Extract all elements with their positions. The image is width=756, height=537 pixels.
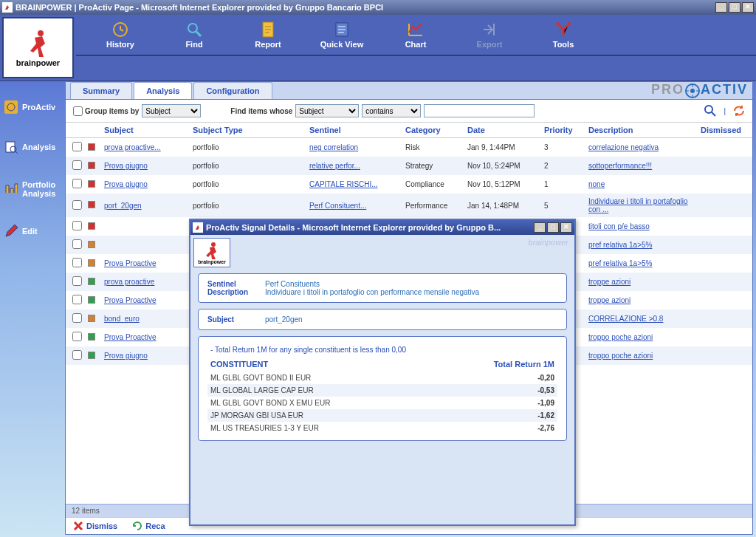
row-subject[interactable]: port_20gen <box>104 202 142 210</box>
row-description[interactable]: Individuare i titoli in portafoglio con … <box>588 197 688 213</box>
priority-square-icon <box>88 278 95 285</box>
header-subject-type[interactable]: Subject Type <box>193 126 309 134</box>
header-dismissed[interactable]: Dismissed <box>701 126 752 134</box>
row-sentinel[interactable]: CAPITALE RISCHI... <box>309 180 378 188</box>
row-checkbox[interactable] <box>72 239 82 249</box>
row-subject[interactable]: Prova Proactive <box>104 296 157 304</box>
group-checkbox[interactable] <box>73 106 83 116</box>
row-checkbox[interactable] <box>72 313 82 323</box>
row-checkbox[interactable] <box>72 142 82 151</box>
row-date: Nov 10, 5:12PM <box>467 180 544 188</box>
filter-row: Group items by Subject Find items whose … <box>66 100 752 123</box>
row-checkbox[interactable] <box>72 160 82 170</box>
row-description[interactable]: none <box>588 180 605 188</box>
row-subject[interactable]: Prova Proactive <box>104 259 157 267</box>
header-category[interactable]: Category <box>405 126 467 134</box>
row-checkbox[interactable] <box>72 221 82 230</box>
sidebar-item-portfolio[interactable]: Portfolio Analysis <box>3 176 62 202</box>
row-checkbox[interactable] <box>72 295 82 304</box>
row-type: portfolio <box>193 180 309 188</box>
sidebar-item-proactiv[interactable]: ProActiv <box>3 96 62 118</box>
close-button[interactable]: ✕ <box>742 2 754 13</box>
table-row[interactable]: Prova giugnoportfoliorelative perfor...S… <box>66 157 752 175</box>
popup-titlebar[interactable]: ProActiv Signal Details - Microsoft Inte… <box>190 220 574 235</box>
tab-summary[interactable]: Summary <box>70 82 132 99</box>
maximize-button[interactable]: □ <box>729 2 740 13</box>
main-toolbar: brainpower History Find Report Quick Vie… <box>0 15 756 81</box>
constituent-return: -0,20 <box>537 374 554 382</box>
row-description[interactable]: pref relativa 1a>5% <box>588 241 652 249</box>
sidebar-item-analysis[interactable]: Analysis <box>3 136 62 158</box>
find-field-select[interactable]: Subject <box>295 104 359 117</box>
popup-close-button[interactable]: ✕ <box>560 222 572 233</box>
row-sentinel[interactable]: neg correlation <box>309 143 358 151</box>
group-select[interactable]: Subject <box>142 104 201 117</box>
row-description[interactable]: sottoperformance!!! <box>588 162 652 170</box>
row-priority: 2 <box>544 162 588 170</box>
row-checkbox[interactable] <box>72 332 82 341</box>
row-subject[interactable]: prova proactive <box>104 278 154 286</box>
table-row[interactable]: Prova giugnoportfolioCAPITALE RISCHI...C… <box>66 175 752 194</box>
svg-point-12 <box>690 89 695 93</box>
toolbar-tools[interactable]: Tools <box>541 21 585 49</box>
dismiss-button[interactable]: Dismiss <box>73 521 117 531</box>
row-description[interactable]: titoli con p/e basso <box>588 222 650 230</box>
refresh-icon[interactable] <box>733 105 745 117</box>
row-subject[interactable]: Prova Proactive <box>104 333 157 341</box>
row-description[interactable]: CORRELAZIONE >0.8 <box>588 315 663 323</box>
header-date[interactable]: Date <box>467 126 544 134</box>
row-checkbox[interactable] <box>72 276 82 286</box>
svg-point-2 <box>188 24 197 33</box>
toolbar-quickview[interactable]: Quick View <box>320 21 364 49</box>
row-subject[interactable]: Prova giugno <box>104 162 148 170</box>
row-checkbox[interactable] <box>72 258 82 267</box>
row-checkbox[interactable] <box>72 179 82 188</box>
tab-analysis[interactable]: Analysis <box>134 82 192 99</box>
row-description[interactable]: troppe azioni <box>588 278 630 286</box>
header-description[interactable]: Description <box>588 126 701 134</box>
header-sentinel[interactable]: Sentinel <box>309 126 405 134</box>
row-priority: 5 <box>544 202 588 210</box>
find-value-input[interactable] <box>424 104 535 117</box>
row-description[interactable]: troppe azioni <box>588 296 630 304</box>
table-row[interactable]: prova proactive...portfolioneg correlati… <box>66 138 752 157</box>
row-checkbox[interactable] <box>72 200 82 210</box>
row-description[interactable]: troppo poche azioni <box>588 333 653 341</box>
search-icon[interactable] <box>704 105 716 117</box>
constituent-return: -1,09 <box>537 399 554 407</box>
row-sentinel[interactable]: relative perfor... <box>309 162 360 170</box>
toolbar-report[interactable]: Report <box>246 21 290 49</box>
find-op-select[interactable]: contains <box>362 104 421 117</box>
minimize-button[interactable]: _ <box>715 2 727 13</box>
header-subject[interactable]: Subject <box>104 126 193 134</box>
constituent-name: JP MORGAN GBI USA EUR <box>210 411 303 420</box>
priority-square-icon <box>88 296 95 304</box>
table-row[interactable]: port_20genportfolioPerf Consituent...Per… <box>66 194 752 217</box>
row-subject[interactable]: bond_euro <box>104 315 140 323</box>
constituent-row: JP MORGAN GBI USA EUR-1,62 <box>207 409 557 422</box>
row-checkbox[interactable] <box>72 350 82 360</box>
row-type: portfolio <box>193 143 309 151</box>
window-controls: _ □ ✕ <box>715 2 754 13</box>
row-subject[interactable]: prova proactive... <box>104 143 161 151</box>
row-priority: 3 <box>544 143 588 151</box>
tab-configuration[interactable]: Configuration <box>193 82 272 99</box>
row-description[interactable]: troppo poche azioni <box>588 352 653 360</box>
row-date: Jan 14, 1:48PM <box>467 202 544 210</box>
row-description[interactable]: pref relativa 1a>5% <box>588 259 652 267</box>
header-priority[interactable]: Priority <box>544 126 588 134</box>
toolbar-find[interactable]: Find <box>172 21 216 49</box>
priority-square-icon <box>88 222 95 230</box>
row-sentinel[interactable]: Perf Consituent... <box>309 202 366 210</box>
sidebar-item-edit[interactable]: Edit <box>3 220 62 242</box>
row-subject[interactable]: Prova giugno <box>104 352 148 360</box>
row-description[interactable]: correlazione negativa <box>588 143 659 151</box>
toolbar-chart[interactable]: Chart <box>394 21 438 49</box>
toolbar-history[interactable]: History <box>98 21 142 49</box>
row-subject[interactable]: Prova giugno <box>104 180 148 188</box>
recall-button[interactable]: Reca <box>132 521 165 531</box>
constituent-row: ML US TREASURIES 1-3 Y EUR-2,76 <box>207 422 557 434</box>
popup-maximize-button[interactable]: □ <box>547 222 559 233</box>
popup-minimize-button[interactable]: _ <box>534 222 546 233</box>
app-icon <box>2 2 13 13</box>
